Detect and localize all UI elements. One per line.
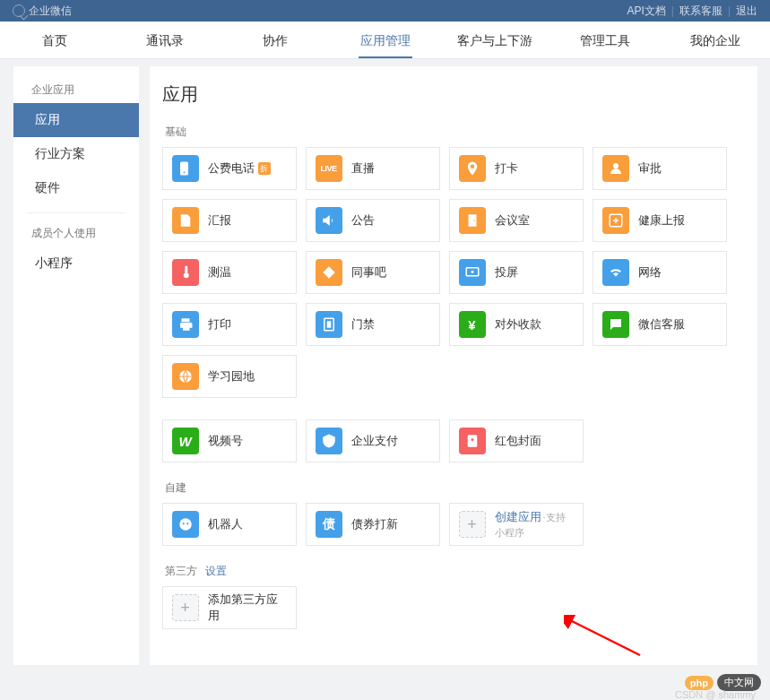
app-card[interactable]: 公费电话折 [162,147,297,190]
logout-link[interactable]: 退出 [736,4,757,19]
app-card[interactable]: 机器人 [162,503,297,546]
app-card[interactable]: 企业支付 [306,419,440,462]
app-card[interactable]: 网络 [593,251,727,294]
app-label: 视频号 [208,433,243,449]
app-card[interactable]: 会议室 [449,199,584,242]
svg-point-7 [471,438,474,442]
app-label: 打印 [208,316,231,333]
sidebar-group-title: 成员个人使用 [13,220,139,246]
app-card[interactable]: 公告 [306,199,440,242]
globe-icon [172,363,199,390]
app-card[interactable]: 打印 [162,303,297,346]
app-label: 网络 [638,264,662,281]
section-label-third: 第三方 设置 [165,564,745,579]
sidebar-item[interactable]: 应用 [13,103,139,137]
divider [28,212,125,213]
app-label: 测温 [208,264,231,281]
third-config-link[interactable]: 设置 [205,565,227,577]
app-label: 公告 [351,212,375,229]
app-card[interactable]: 门禁 [306,303,440,346]
app-label: 健康上报 [638,212,685,229]
app-card[interactable]: 审批 [593,147,727,190]
separator: | [728,4,731,17]
page-title: 应用 [162,82,745,107]
print-icon [172,311,199,338]
app-card[interactable]: 汇报 [162,199,297,242]
live-icon: LIVE [316,155,342,182]
nav-tab[interactable]: 我的企业 [660,22,770,58]
债-icon: 债 [316,511,342,538]
app-label: 公费电话 [208,160,255,177]
chat-icon [602,311,629,338]
app-label: 对外收款 [495,316,541,333]
app-card[interactable]: 测温 [162,251,297,294]
svg-point-8 [179,518,192,531]
app-card[interactable]: LIVE直播 [306,147,440,190]
packet-icon [459,428,486,454]
app-card[interactable]: 健康上报 [593,199,727,242]
brand-icon [13,4,25,17]
sidebar-item[interactable]: 行业方案 [13,137,139,171]
phone-icon [172,155,199,182]
create-app-button[interactable]: +创建应用·支持小程序 [449,503,584,546]
api-docs-link[interactable]: API文档 [627,4,665,19]
check-icon [316,428,342,454]
screen-icon [459,259,486,286]
plus-icon: + [172,594,199,621]
app-card[interactable]: W视频号 [162,419,297,462]
pin-icon [459,155,486,182]
nav-tab[interactable]: 首页 [0,22,110,58]
app-card[interactable]: 同事吧 [306,251,440,294]
app-label: 同事吧 [351,264,386,281]
app-label: 红包封面 [495,433,541,449]
app-label: 投屏 [495,264,518,281]
app-card[interactable]: ¥对外收款 [449,303,584,346]
add-third-party-button[interactable]: + 添加第三方应用 [162,586,297,629]
sidebar-item[interactable]: 硬件 [13,171,139,205]
nav-tab[interactable]: 客户与上下游 [440,22,550,58]
contact-link[interactable]: 联系客服 [679,4,722,19]
sidebar: 企业应用 应用行业方案硬件 成员个人使用 小程序 [13,66,139,665]
sidebar-item[interactable]: 小程序 [13,246,139,281]
w-icon: W [172,428,199,454]
app-label: 债券打新 [351,516,398,532]
app-label: 直播 [351,160,375,177]
app-label: 打卡 [495,160,518,177]
nav-tab[interactable]: 协作 [220,22,330,58]
app-card[interactable]: 债债券打新 [306,503,440,546]
add-third-label: 添加第三方应用 [208,592,287,624]
nav-tab[interactable]: 通讯录 [110,22,221,58]
robot-icon [172,511,199,538]
gate-icon [316,311,342,338]
plus-icon [602,207,629,234]
svg-point-9 [182,523,184,524]
horn-icon [316,207,342,234]
section-label-custom: 自建 [165,480,745,496]
app-label: 学习园地 [208,368,255,385]
doc-icon [172,207,199,234]
app-card[interactable]: 打卡 [449,147,584,190]
plus-icon: + [459,511,486,538]
separator: | [671,4,674,17]
sidebar-group-title: 企业应用 [13,77,139,103]
create-app-label: 创建应用 [495,510,541,523]
main-nav: 首页通讯录协作应用管理客户与上下游管理工具我的企业 [0,22,770,59]
discount-badge: 折 [258,162,271,175]
app-label: 会议室 [495,212,530,229]
app-card[interactable]: 学习园地 [162,355,297,398]
app-card[interactable]: 投屏 [449,251,584,294]
app-label: 汇报 [208,212,231,229]
user-icon [602,155,629,182]
app-label: 门禁 [351,316,375,333]
nav-tab[interactable]: 应用管理 [330,22,440,58]
yen-icon: ¥ [459,311,486,338]
app-label: 审批 [638,160,662,177]
app-card[interactable]: 微信客服 [593,303,727,346]
thermo-icon [172,259,199,286]
app-card[interactable]: 红包封面 [449,419,584,462]
door-icon [459,207,486,234]
app-label: 微信客服 [638,316,685,333]
wifi-icon [602,259,629,286]
diamond-icon [316,259,342,286]
nav-tab[interactable]: 管理工具 [550,22,661,58]
